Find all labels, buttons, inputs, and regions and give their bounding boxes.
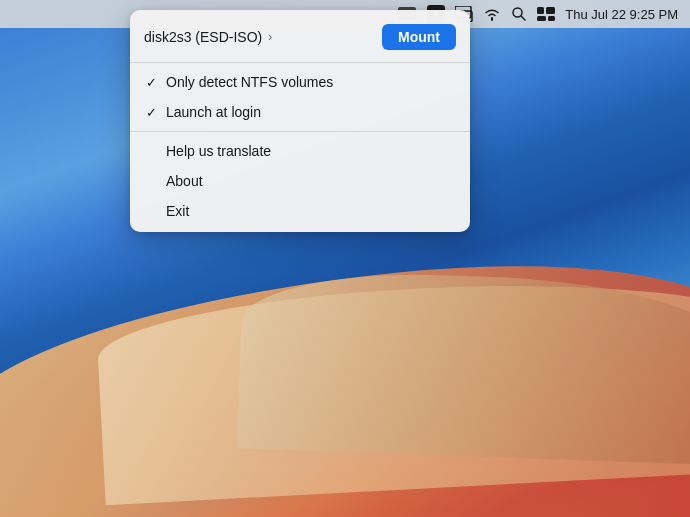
- divider-2: [130, 131, 470, 132]
- checkmark-only-detect: ✓: [144, 75, 158, 90]
- mount-button[interactable]: Mount: [382, 24, 456, 50]
- exit-item[interactable]: Exit: [130, 196, 470, 226]
- chevron-right-icon: ›: [268, 30, 272, 44]
- checkmark-launch-login: ✓: [144, 105, 158, 120]
- disk-item[interactable]: disk2s3 (ESD-ISO) › Mount: [130, 16, 470, 58]
- ntfs-dropdown-menu: disk2s3 (ESD-ISO) › Mount ✓ Only detect …: [130, 10, 470, 232]
- svg-rect-12: [548, 16, 555, 21]
- exit-label: Exit: [166, 203, 189, 219]
- only-detect-ntfs-item[interactable]: ✓ Only detect NTFS volumes: [130, 67, 470, 97]
- launch-at-login-label: Launch at login: [166, 104, 261, 120]
- svg-rect-9: [537, 7, 544, 14]
- divider-1: [130, 62, 470, 63]
- menubar-time[interactable]: Thu Jul 22 9:25 PM: [565, 7, 678, 22]
- svg-line-8: [521, 16, 525, 20]
- search-menubar-icon[interactable]: [511, 6, 527, 22]
- wave-3: [237, 268, 690, 465]
- about-label: About: [166, 173, 203, 189]
- svg-rect-11: [537, 16, 546, 21]
- wifi-menubar-icon[interactable]: [483, 7, 501, 21]
- disk-item-left: disk2s3 (ESD-ISO) ›: [144, 29, 272, 45]
- svg-point-6: [491, 18, 493, 20]
- help-translate-label: Help us translate: [166, 143, 271, 159]
- disk-label: disk2s3 (ESD-ISO): [144, 29, 262, 45]
- control-center-menubar-icon[interactable]: [537, 7, 555, 21]
- launch-at-login-item[interactable]: ✓ Launch at login: [130, 97, 470, 127]
- about-item[interactable]: About: [130, 166, 470, 196]
- help-translate-item[interactable]: Help us translate: [130, 136, 470, 166]
- svg-rect-10: [546, 7, 555, 14]
- only-detect-label: Only detect NTFS volumes: [166, 74, 333, 90]
